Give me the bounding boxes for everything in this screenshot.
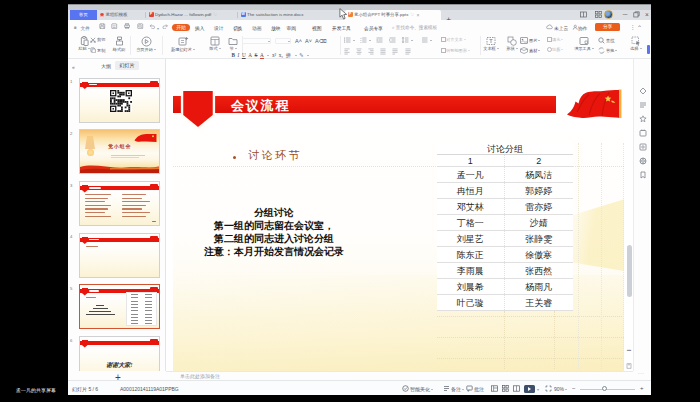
print-icon[interactable]	[124, 23, 131, 30]
paragraph-spacing-icon[interactable]	[421, 37, 432, 43]
play-options-caret[interactable]: ▾	[537, 387, 539, 392]
menu-tab-member[interactable]: 会员专享	[364, 25, 383, 31]
slide-title[interactable]: 会议流程	[231, 97, 290, 115]
align-left-icon[interactable]	[344, 48, 351, 55]
undo-caret[interactable]: ▾	[157, 26, 159, 31]
file-menu[interactable]: 文件	[81, 25, 90, 31]
strikethrough-icon[interactable]: S	[255, 52, 258, 58]
plugin-icon[interactable]	[639, 129, 647, 137]
menu-tab-insert[interactable]: 插入	[195, 25, 204, 31]
tab-close-icon[interactable]: ×	[416, 12, 419, 18]
tab-word-doc[interactable]: W The satisfaction is mine.docx	[238, 10, 344, 20]
beautify-icon[interactable]	[402, 385, 409, 392]
scroll-split-handle[interactable]: ▬	[626, 348, 632, 352]
effects-icon[interactable]	[639, 115, 647, 123]
textbox-button[interactable]: 文本框	[482, 36, 500, 52]
menu-tab-design[interactable]: 设计	[214, 25, 223, 31]
to-smartart-button[interactable]: 转智能图形	[441, 48, 470, 53]
minimize-button[interactable]: ─	[621, 10, 629, 18]
tab-star-icon[interactable]: ♡	[410, 12, 414, 17]
zoom-in-button[interactable]: +	[640, 385, 644, 391]
workspace-grid-icon[interactable]	[594, 11, 602, 18]
font-size-select[interactable]	[275, 38, 291, 44]
slide-thumbnail-1[interactable]	[79, 78, 160, 123]
section-button[interactable]: 节	[226, 36, 240, 52]
slide-canvas[interactable]: 会议流程 讨论环节 分组讨论第一组的同志留在会议室，第二组的同志进入讨论分组注意…	[166, 59, 633, 371]
beautify-label[interactable]: 智能美化	[410, 386, 433, 392]
material-button[interactable]: 素材	[520, 47, 540, 54]
find-button[interactable]: 查找	[598, 37, 614, 44]
decrease-indent-icon[interactable]	[376, 37, 384, 43]
tab-ppt-active[interactable]: P 党小组会PPT 时事分享.pptx ♡ ×	[345, 10, 441, 20]
merge-align-icon[interactable]	[405, 48, 412, 55]
char-border-icon[interactable]: A	[248, 52, 252, 58]
menu-tab-review[interactable]: 审阅	[287, 25, 296, 31]
zoom-slider-track[interactable]	[580, 389, 635, 390]
undo-icon[interactable]	[149, 23, 156, 30]
rail-more-dots[interactable]: ···	[638, 371, 645, 375]
tab-pdf-doc[interactable]: P Dyduch-Hazar ... followin.pdf ♡	[146, 10, 237, 20]
notes-toggle-icon[interactable]	[443, 385, 450, 392]
search-input[interactable]: ⌕ 查找命令、搜索模板	[392, 25, 437, 30]
prev-slide-button[interactable]	[626, 355, 632, 361]
vertical-scrollbar[interactable]	[627, 245, 632, 297]
menu-tab-animation[interactable]: 动画	[252, 25, 261, 31]
normal-view-icon[interactable]	[491, 385, 498, 392]
slide-thumbnail-4[interactable]	[79, 233, 160, 278]
menu-tab-view[interactable]: 视图	[312, 25, 321, 31]
discussion-table[interactable]: 讨论分组12孟一凡杨凤洁冉恒月郭婷婷邓艾林雷亦婷丁格一沙婧刘星艺张静雯陈东正徐傲…	[437, 143, 573, 312]
slide-body-text[interactable]: 分组讨论第一组的同志留在会议室，第二组的同志进入讨论分组注意：本月开始发言情况会…	[173, 206, 375, 258]
text-effect-icon[interactable]: 拼	[286, 52, 291, 59]
avatar[interactable]	[604, 10, 613, 19]
menu-tab-start[interactable]: 开始	[172, 24, 190, 31]
align-right-icon[interactable]	[368, 48, 375, 55]
increase-indent-icon[interactable]	[389, 37, 397, 43]
layout-button[interactable]: 版式	[206, 36, 224, 52]
tab-slides[interactable]: 幻灯片	[115, 61, 139, 70]
menu-tab-transition[interactable]: 切换	[233, 25, 242, 31]
menu-tab-slideshow[interactable]: 放映	[271, 25, 280, 31]
slide-thumbnail-2[interactable]: 党小组会	[79, 129, 160, 174]
menu-tab-devtools[interactable]: 开发工具	[332, 25, 351, 31]
format-painter-button[interactable]: 格式刷	[110, 36, 128, 53]
comments-label[interactable]: 批注	[474, 386, 484, 392]
outline-button[interactable]: 轮廓	[547, 47, 563, 52]
underline-icon[interactable]: U	[242, 52, 246, 58]
bookmark-icon[interactable]	[639, 171, 647, 179]
align-text-button[interactable]: 对齐文本	[441, 37, 466, 42]
decrease-font-icon[interactable]: A˅	[305, 38, 312, 44]
notes-bar[interactable]: 单击此处添加备注	[166, 371, 633, 380]
next-slide-button[interactable]	[626, 363, 632, 369]
redo-icon[interactable]	[162, 23, 169, 30]
slide[interactable]: 会议流程 讨论环节 分组讨论第一组的同志留在会议室，第二组的同志进入讨论分组注意…	[173, 65, 624, 371]
copy-button[interactable]: 复制	[90, 47, 105, 53]
zoom-slider-knob[interactable]	[602, 386, 607, 391]
fill-button[interactable]: 填充	[547, 37, 563, 42]
slide-thumbnail-5[interactable]	[79, 284, 160, 329]
restore-button[interactable]	[632, 11, 640, 18]
align-center-icon[interactable]	[356, 48, 363, 55]
zoom-level[interactable]: 90%	[554, 386, 567, 392]
slide-thumbnail-6[interactable]: 谢谢大家!	[79, 336, 160, 371]
select-button[interactable]: 选择	[628, 36, 644, 52]
hamburger-icon[interactable]: ≡	[74, 25, 77, 30]
bullets-icon[interactable]	[344, 37, 355, 43]
replace-button[interactable]: 替换	[598, 47, 617, 54]
distribute-icon[interactable]	[392, 48, 399, 55]
picture-button[interactable]: 图片	[520, 37, 540, 44]
play-from-current-button[interactable]: 当页开始	[132, 36, 160, 53]
notes-toggle-label[interactable]: 备注	[451, 386, 464, 392]
tab-doc-template[interactable]: 党组织模板	[97, 10, 145, 20]
comments-icon[interactable]	[466, 385, 473, 392]
panel-collapse-icon[interactable]: «	[72, 64, 75, 70]
split-view-icon[interactable]	[579, 11, 587, 18]
increase-font-icon[interactable]: A˄	[295, 38, 302, 44]
shapes-button[interactable]: 形状	[504, 36, 520, 52]
zoom-out-button[interactable]: −	[572, 385, 576, 391]
presentation-tools-button[interactable]: 演示工具	[571, 36, 597, 52]
animation-pane-icon[interactable]	[639, 101, 647, 109]
menubar-more-icon[interactable]: ⋮	[630, 24, 636, 30]
slide-thumbnail-3[interactable]	[79, 181, 160, 226]
ribbon-collapse-icon[interactable]: ⌃	[637, 24, 642, 31]
clear-format-icon[interactable]: A⌫	[315, 38, 326, 44]
